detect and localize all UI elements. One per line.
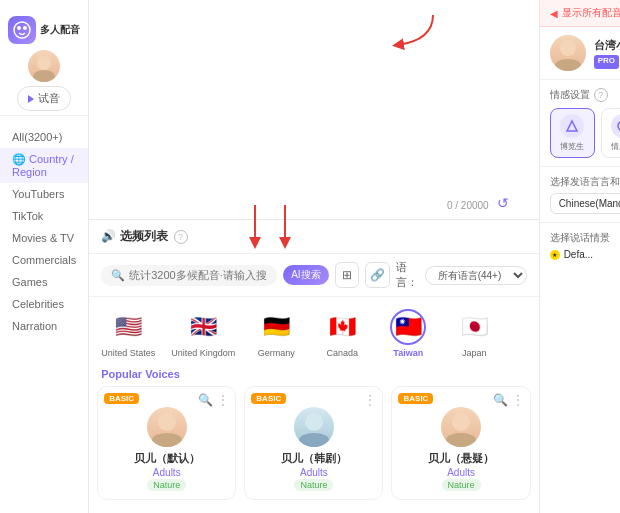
flag-jp[interactable]: 🇯🇵 Japan	[449, 309, 499, 358]
card-actions-3: 🔍 ⋮	[493, 393, 524, 407]
flag-us[interactable]: 🇺🇸 United States	[101, 309, 155, 358]
app-container: 多人配音 试音 All(3200+) 🌐 Country / Region Yo…	[0, 0, 620, 513]
pro-badge: PRO	[594, 55, 619, 69]
voice-browser: 🇺🇸 United States 🇬🇧 United Kingdom 🇩🇪 Ge…	[89, 297, 538, 513]
voice-cards-grid: BASIC 🔍 ⋮ 贝儿（默认） Adults Nature	[97, 386, 530, 500]
voice-card-1[interactable]: BASIC 🔍 ⋮ 贝儿（默认） Adults Nature	[97, 386, 236, 500]
more-icon-2[interactable]: ⋮	[364, 393, 376, 407]
sidebar-header: 多人配音 试音	[0, 8, 88, 116]
card-actions-1: 🔍 ⋮	[198, 393, 229, 407]
card-name-3: 贝儿（悬疑）	[428, 451, 494, 466]
voice-card-3[interactable]: BASIC 🔍 ⋮ 贝儿（悬疑） Adults Nature	[391, 386, 530, 500]
style-icon-0	[560, 114, 584, 138]
user-avatar[interactable]	[28, 50, 60, 82]
card-name-1: 贝儿（默认）	[134, 451, 200, 466]
card-badge-1: BASIC	[104, 393, 139, 404]
panel-voice-avatar	[550, 35, 586, 71]
card-badge-3: BASIC	[398, 393, 433, 404]
flag-tw-label: Taiwan	[393, 348, 423, 358]
flag-de[interactable]: 🇩🇪 Germany	[251, 309, 301, 358]
sidebar-item-tiktok[interactable]: TikTok	[0, 205, 88, 227]
svg-point-1	[17, 26, 21, 30]
help-icon[interactable]: ?	[174, 230, 188, 244]
flag-jp-label: Japan	[462, 348, 487, 358]
sidebar-item-celebrities[interactable]: Celebrities	[0, 293, 88, 315]
card-tag-3: Nature	[442, 479, 481, 491]
style-label-1: 情乐度	[611, 141, 620, 152]
flag-uk[interactable]: 🇬🇧 United Kingdom	[171, 309, 235, 358]
more-icon-1[interactable]: ⋮	[217, 393, 229, 407]
sidebar-nav: All(3200+) 🌐 Country / Region YouTubers …	[0, 122, 88, 341]
app-title: 多人配音	[40, 23, 80, 37]
panel-style-section: 情感设置 ? 博览生	[540, 80, 620, 167]
sidebar-item-games[interactable]: Games	[0, 271, 88, 293]
scenario-section: 选择说话情景 ★ Defa...	[540, 223, 620, 268]
flag-us-icon: 🇺🇸	[110, 309, 146, 345]
language-section: 选择发语言言和口音 Chinese(Mandarin) ▾	[540, 167, 620, 223]
flag-tw[interactable]: 🇹🇼 Taiwan	[383, 309, 433, 358]
svg-point-2	[23, 26, 27, 30]
voices-main: 🇺🇸 United States 🇬🇧 United Kingdom 🇩🇪 Ge…	[89, 297, 538, 513]
grid-view-icon[interactable]: ⊞	[335, 262, 360, 288]
text-editor-area[interactable]: 0 / 20000 ↺	[89, 0, 538, 220]
scenario-section-title: 选择说话情景	[550, 231, 620, 245]
flags-row: 🇺🇸 United States 🇬🇧 United Kingdom 🇩🇪 Ge…	[97, 305, 530, 366]
panel-style-title: 情感设置 ?	[550, 88, 620, 102]
ai-search-button[interactable]: AI搜索	[283, 265, 328, 285]
main-content: 0 / 20000 ↺ 🔊 选频列表 ? 🔍 AI搜索 ⊞ 🔗 语言：	[89, 0, 538, 513]
app-logo: 多人配音	[8, 16, 80, 44]
language-filter: 语言： 所有语言(44+)	[396, 260, 527, 290]
flag-ca[interactable]: 🇨🇦 Canada	[317, 309, 367, 358]
flag-uk-icon: 🇬🇧	[185, 309, 221, 345]
search-input[interactable]	[129, 269, 267, 281]
flag-tw-icon: 🇹🇼	[390, 309, 426, 345]
link-icon[interactable]: 🔗	[365, 262, 390, 288]
flag-uk-label: United Kingdom	[171, 348, 235, 358]
search-bar: 🔍 AI搜索 ⊞ 🔗 语言： 所有语言(44+)	[89, 254, 538, 297]
card-tag-1: Nature	[147, 479, 186, 491]
card-category-2: Adults	[300, 467, 328, 478]
svg-marker-3	[567, 121, 577, 131]
logo-icon	[8, 16, 36, 44]
sidebar-item-all[interactable]: All(3200+)	[0, 126, 88, 148]
style-options: 博览生 情乐度	[550, 108, 620, 158]
popular-voices-title: Popular Voices	[97, 366, 530, 386]
style-option-1[interactable]: 情乐度	[601, 108, 620, 158]
test-audio-button[interactable]: 试音	[17, 86, 71, 111]
search-voice-icon-1[interactable]: 🔍	[198, 393, 213, 407]
language-dropdown[interactable]: Chinese(Mandarin) ▾	[550, 193, 620, 214]
sidebar-item-country[interactable]: 🌐 Country / Region	[0, 148, 88, 183]
flag-jp-icon: 🇯🇵	[456, 309, 492, 345]
card-avatar-3	[441, 407, 481, 447]
sidebar-item-narration[interactable]: Narration	[0, 315, 88, 337]
panel-expand-label: 显示所有配音	[562, 6, 620, 20]
voice-card-2[interactable]: BASIC ⋮ 贝儿（韩剧） Adults Nature	[244, 386, 383, 500]
panel-voice-details: 台湾小晴 ♡ PRO Adults Sweet ℹ	[594, 38, 620, 69]
panel-voice-name: 台湾小晴	[594, 38, 620, 53]
character-counter: 0 / 20000	[447, 200, 489, 211]
language-select[interactable]: 所有语言(44+)	[425, 266, 527, 285]
voice-list-title: 🔊 选频列表	[101, 228, 167, 245]
sidebar-item-youtubers[interactable]: YouTubers	[0, 183, 88, 205]
style-help-icon[interactable]: ?	[594, 88, 608, 102]
search-icon: 🔍	[111, 269, 125, 282]
panel-badges: PRO Adults Sweet ℹ	[594, 55, 620, 69]
style-label-0: 博览生	[560, 141, 584, 152]
style-option-0[interactable]: 博览生	[550, 108, 595, 158]
sidebar: 多人配音 试音 All(3200+) 🌐 Country / Region Yo…	[0, 0, 89, 513]
flag-de-label: Germany	[258, 348, 295, 358]
card-category-3: Adults	[447, 467, 475, 478]
scenario-option[interactable]: ★ Defa...	[550, 249, 620, 260]
flag-ca-icon: 🇨🇦	[324, 309, 360, 345]
card-badge-2: BASIC	[251, 393, 286, 404]
panel-voice-info: 台湾小晴 ♡ PRO Adults Sweet ℹ	[540, 27, 620, 80]
sidebar-item-commercials[interactable]: Commercials	[0, 249, 88, 271]
search-voice-icon-3[interactable]: 🔍	[493, 393, 508, 407]
flag-de-icon: 🇩🇪	[258, 309, 294, 345]
more-icon-3[interactable]: ⋮	[512, 393, 524, 407]
flag-ca-label: Canada	[327, 348, 359, 358]
language-section-title: 选择发语言言和口音	[550, 175, 620, 189]
svg-point-0	[14, 22, 30, 38]
sidebar-item-movies[interactable]: Movies & TV	[0, 227, 88, 249]
refresh-icon[interactable]: ↺	[497, 195, 509, 211]
